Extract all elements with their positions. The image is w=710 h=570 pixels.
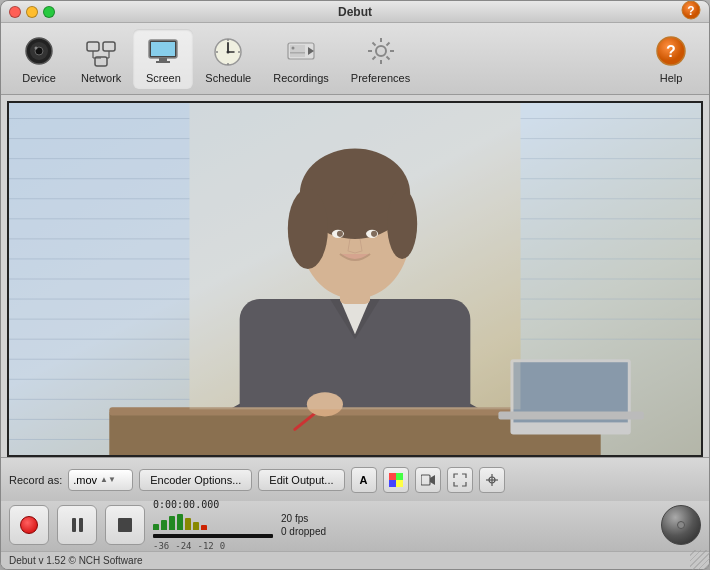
svg-line-36 bbox=[386, 43, 389, 46]
svg-rect-91 bbox=[498, 411, 643, 419]
svg-rect-94 bbox=[190, 103, 521, 409]
status-bar: Debut v 1.52 © NCH Software bbox=[1, 551, 709, 569]
svg-rect-96 bbox=[396, 473, 403, 480]
vu-meter: 0:00:00.000 -36 -24 -12 0 bbox=[153, 499, 273, 551]
vu-bar-6 bbox=[193, 522, 199, 530]
video-frame bbox=[9, 103, 701, 455]
video-options-button[interactable] bbox=[415, 467, 441, 493]
crosshair-icon bbox=[485, 473, 499, 487]
toolbar-label-screen: Screen bbox=[146, 72, 181, 84]
svg-text:?: ? bbox=[666, 43, 676, 60]
stop-square bbox=[118, 518, 132, 532]
vu-track bbox=[153, 534, 273, 538]
toolbar-item-preferences[interactable]: Preferences bbox=[341, 29, 420, 89]
toolbar-item-device[interactable]: Device bbox=[9, 29, 69, 89]
vu-bar-4 bbox=[177, 514, 183, 530]
vu-scale-2: -24 bbox=[175, 541, 191, 551]
controls-bar: Record as: .mov ▲▼ Encoder Options... Ed… bbox=[1, 457, 709, 501]
svg-line-37 bbox=[372, 57, 375, 60]
text-overlay-button[interactable]: A bbox=[351, 467, 377, 493]
vu-bar-2 bbox=[161, 520, 167, 530]
svg-rect-14 bbox=[151, 42, 175, 56]
toolbar: Device Network bbox=[1, 23, 709, 95]
pause-bar-left bbox=[72, 518, 76, 532]
svg-line-35 bbox=[386, 57, 389, 60]
svg-rect-99 bbox=[421, 475, 430, 485]
format-selector[interactable]: .mov ▲▼ bbox=[68, 469, 133, 491]
fps-display: 20 fps bbox=[281, 513, 308, 524]
svg-line-34 bbox=[372, 43, 375, 46]
vu-scale-4: 0 bbox=[220, 541, 225, 551]
toolbar-item-network[interactable]: Network bbox=[71, 29, 131, 89]
vu-bar-7 bbox=[201, 525, 207, 530]
svg-point-20 bbox=[227, 51, 230, 54]
color-button[interactable] bbox=[383, 467, 409, 493]
stop-button[interactable] bbox=[105, 505, 145, 545]
toolbar-label-recordings: Recordings bbox=[273, 72, 329, 84]
crosshair-button[interactable] bbox=[479, 467, 505, 493]
recordings-icon bbox=[283, 33, 319, 69]
disc-hole bbox=[677, 521, 685, 529]
color-icon bbox=[389, 473, 403, 487]
svg-marker-100 bbox=[430, 475, 435, 485]
vu-scale-3: -12 bbox=[198, 541, 214, 551]
pause-bar-right bbox=[79, 518, 83, 532]
svg-rect-95 bbox=[389, 473, 396, 480]
svg-rect-15 bbox=[159, 58, 167, 61]
svg-rect-97 bbox=[389, 480, 396, 487]
minimize-button[interactable] bbox=[26, 6, 38, 18]
dropped-display: 0 dropped bbox=[281, 526, 326, 537]
vu-scale-1: -36 bbox=[153, 541, 169, 551]
corner-decoration bbox=[690, 550, 710, 570]
vu-bar-5 bbox=[185, 518, 191, 530]
pause-button[interactable] bbox=[57, 505, 97, 545]
toolbar-item-schedule[interactable]: Schedule bbox=[195, 29, 261, 89]
encoder-options-button[interactable]: Encoder Options... bbox=[139, 469, 252, 491]
svg-point-5 bbox=[35, 47, 38, 50]
maximize-button[interactable] bbox=[43, 6, 55, 18]
svg-point-27 bbox=[292, 47, 295, 50]
fps-area: 20 fps 0 dropped bbox=[281, 513, 326, 537]
window-controls bbox=[9, 6, 55, 18]
help-icon: ? bbox=[681, 0, 701, 20]
toolbar-label-schedule: Schedule bbox=[205, 72, 251, 84]
video-preview bbox=[7, 101, 703, 457]
app-title: Debut bbox=[338, 5, 372, 19]
preferences-icon bbox=[363, 33, 399, 69]
svg-rect-98 bbox=[396, 480, 403, 487]
svg-rect-16 bbox=[156, 61, 170, 63]
record-button[interactable] bbox=[9, 505, 49, 545]
screen-icon bbox=[145, 33, 181, 69]
svg-text:?: ? bbox=[687, 4, 694, 18]
help-toolbar-icon: ? bbox=[653, 33, 689, 69]
version-label: Debut v 1.52 © NCH Software bbox=[9, 555, 143, 566]
toolbar-item-screen[interactable]: Screen bbox=[133, 29, 193, 89]
vu-bar-1 bbox=[153, 524, 159, 530]
format-arrow: ▲▼ bbox=[100, 475, 116, 484]
close-button[interactable] bbox=[9, 6, 21, 18]
record-as-label: Record as: bbox=[9, 474, 62, 486]
text-icon: A bbox=[360, 474, 368, 486]
playback-bar: 0:00:00.000 -36 -24 -12 0 20 fps 0 dropp… bbox=[1, 501, 709, 551]
device-icon bbox=[21, 33, 57, 69]
vu-bars bbox=[153, 512, 207, 530]
format-value: .mov bbox=[73, 474, 97, 486]
expand-icon bbox=[453, 473, 467, 487]
disc-area bbox=[661, 505, 701, 545]
toolbar-item-help[interactable]: ? Help bbox=[641, 29, 701, 89]
network-icon bbox=[83, 33, 119, 69]
vu-bar-3 bbox=[169, 516, 175, 530]
video-icon bbox=[421, 473, 435, 487]
vu-scale: -36 -24 -12 0 bbox=[153, 541, 225, 551]
title-bar: Debut ? bbox=[1, 1, 709, 23]
toolbar-label-network: Network bbox=[81, 72, 121, 84]
edit-output-button[interactable]: Edit Output... bbox=[258, 469, 344, 491]
svg-rect-6 bbox=[87, 42, 99, 51]
toolbar-label-help: Help bbox=[660, 72, 683, 84]
expand-button[interactable] bbox=[447, 467, 473, 493]
toolbar-label-device: Device bbox=[22, 72, 56, 84]
video-content bbox=[9, 103, 701, 455]
disc-icon bbox=[661, 505, 701, 545]
time-display: 0:00:00.000 bbox=[153, 499, 219, 510]
toolbar-item-recordings[interactable]: Recordings bbox=[263, 29, 339, 89]
